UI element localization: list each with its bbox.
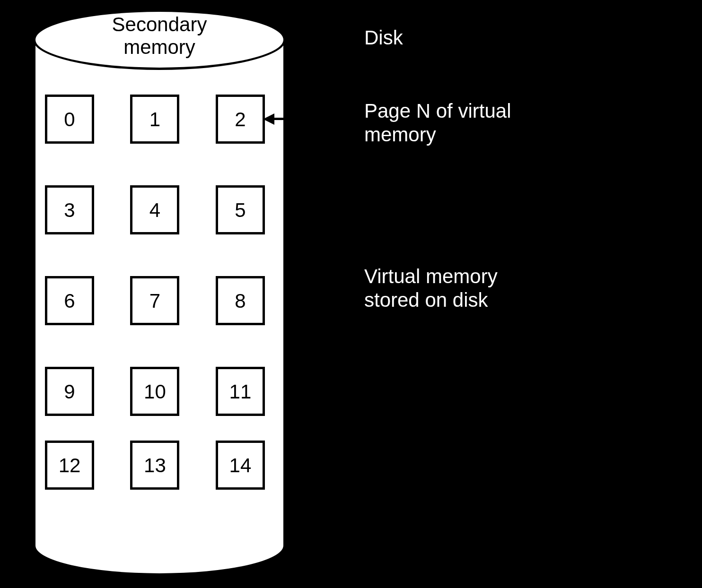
annotation-page-n-line1: Page N of virtual [364,100,511,122]
page-cell: 8 [216,276,265,325]
cylinder-title: Secondary memory [33,13,286,59]
page-cell: 1 [130,95,179,144]
annotation-arrow-line [272,118,358,120]
page-cell: 13 [130,441,179,490]
page-cell: 6 [45,276,94,325]
page-cell: 0 [45,95,94,144]
page-cell: 4 [130,185,179,234]
page-cell: 5 [216,185,265,234]
page-row: 12 13 14 [45,441,277,490]
page-cell: 7 [130,276,179,325]
page-cell: 3 [45,185,94,234]
diagram-stage: Secondary memory 0 1 2 3 4 5 6 7 8 9 10 … [0,0,702,588]
annotation-page-n-line2: memory [364,123,436,146]
annotation-stored-line2: stored on disk [364,289,488,311]
page-row: 6 7 8 [45,276,277,325]
page-row: 3 4 5 [45,185,277,234]
annotation-stored-line1: Virtual memory [364,265,498,287]
page-cell: 9 [45,367,94,416]
page-row: 9 10 11 [45,367,277,416]
page-grid: 0 1 2 3 4 5 6 7 8 9 10 11 12 13 14 [45,95,277,490]
page-row: 0 1 2 [45,95,277,144]
page-cell: 10 [130,367,179,416]
annotation-arrow-head-icon [263,113,274,125]
page-cell: 14 [216,441,265,490]
page-cell: 11 [216,367,265,416]
page-cell: 12 [45,441,94,490]
page-cell: 2 [216,95,265,144]
annotation-stored-on-disk: Virtual memory stored on disk [364,265,498,311]
title-line-2: memory [123,36,195,58]
cylinder-bottom-mask [35,515,283,545]
annotation-disk-label: Disk [364,26,403,49]
annotation-page-n: Page N of virtual memory [364,99,511,146]
title-line-1: Secondary [112,13,207,35]
